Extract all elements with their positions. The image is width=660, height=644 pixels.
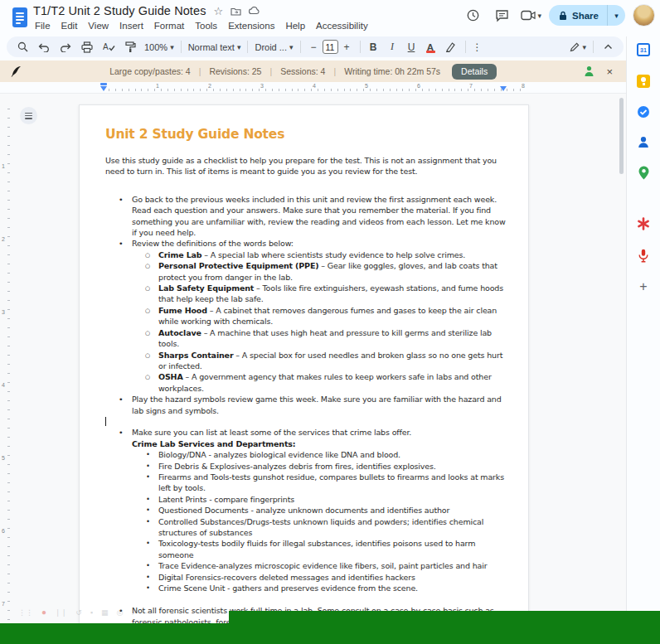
calendar-icon[interactable]: 31 [637, 43, 650, 56]
grid-icon[interactable]: ▦ [101, 609, 109, 617]
collapse-toolbar-icon[interactable] [600, 40, 615, 55]
font-size-value[interactable]: 11 [323, 40, 338, 54]
menu-view[interactable]: View [83, 19, 114, 32]
ruler-number: 4 [313, 83, 316, 89]
comments-icon[interactable] [492, 5, 513, 27]
ruler-tick [311, 89, 312, 91]
tasks-icon[interactable] [637, 104, 651, 119]
ruler-tick [396, 89, 397, 91]
bold-button[interactable]: B [367, 41, 380, 53]
minimize-icon[interactable]: — [146, 609, 153, 617]
doc-list-item: •Biology/DNA - analyzes biological evide… [105, 449, 506, 460]
ruler-tick [285, 89, 286, 91]
menu-extensions[interactable]: Extensions [223, 19, 279, 32]
paragraph-style-select[interactable]: Normal text▾ [188, 42, 241, 52]
asterisk-addon-icon[interactable] [637, 216, 651, 230]
star-icon[interactable]: ☆ [214, 6, 224, 17]
bullet-glyph: • [146, 560, 150, 571]
doc-list-item: •Toxicology-tests bodily fluids for ille… [105, 538, 506, 560]
details-button[interactable]: Details [452, 64, 497, 80]
zoom-select[interactable]: 100%▾ [144, 42, 174, 52]
spellcheck-icon[interactable]: A [101, 40, 116, 55]
doc-text: Trace Evidence-analyzes microscopic evid… [158, 560, 506, 571]
ruler-tick [513, 89, 514, 91]
menu-help[interactable]: Help [280, 19, 310, 32]
ruler-tick [7, 373, 10, 374]
ruler-tick [7, 209, 10, 210]
menu-edit[interactable]: Edit [56, 19, 83, 32]
increase-font-size-button[interactable]: + [341, 41, 353, 53]
menu-format[interactable]: Format [149, 19, 189, 32]
doc-text: Crime Lab – A special lab where scientis… [158, 249, 506, 260]
undo-icon[interactable] [36, 40, 51, 55]
chevron-down-icon[interactable]: ▾ [538, 12, 542, 20]
scrollbar-thumb[interactable] [619, 98, 624, 174]
ruler-tick [435, 89, 436, 91]
cloud-saved-icon[interactable] [249, 7, 260, 15]
share-dropdown[interactable]: ▾ [607, 5, 625, 26]
font-select[interactable]: Droid ...▾ [255, 42, 293, 52]
avatar[interactable] [633, 4, 655, 27]
editing-mode-button[interactable]: ▾ [570, 42, 586, 52]
contacts-icon[interactable] [637, 135, 651, 149]
redo-icon[interactable] [58, 40, 73, 55]
share-button[interactable]: Share ▾ [549, 5, 625, 26]
paint-format-icon[interactable] [123, 40, 138, 55]
underline-button[interactable]: U [405, 41, 418, 53]
toolbar-separator [300, 41, 301, 53]
video-call-button[interactable]: ▾ [521, 10, 542, 21]
show-outline-button[interactable] [20, 107, 37, 124]
record-icon[interactable]: ● [41, 608, 46, 617]
document-title[interactable]: T1/T2 Unit 2 Study Guide Notes [33, 4, 206, 17]
header: T1/T2 Unit 2 Study Guide Notes ☆ FileEdi… [0, 0, 660, 36]
menu-accessibility[interactable]: Accessibility [311, 19, 373, 32]
first-line-indent-marker[interactable] [100, 83, 107, 85]
highlight-color-button[interactable] [444, 40, 459, 55]
ruler-tick [376, 89, 377, 91]
ruler-tick [7, 163, 10, 164]
decrease-font-size-button[interactable]: − [308, 41, 320, 53]
version-history-icon[interactable] [463, 5, 484, 27]
bullet-glyph: • [146, 516, 150, 527]
more-options-icon[interactable]: ⋮ [473, 41, 483, 53]
ruler-tick [7, 519, 10, 520]
document-page[interactable]: Unit 2 Study Guide Notes Use this study … [79, 104, 529, 644]
ruler-tick [161, 89, 162, 91]
ruler-tick [7, 127, 10, 128]
ruler-tick [7, 546, 10, 547]
bullet-glyph: ○ [145, 372, 150, 383]
print-icon[interactable] [80, 40, 95, 55]
text-color-button[interactable]: A [425, 42, 437, 52]
ruler-tick [7, 391, 10, 392]
doc-text: Fume Hood – A cabinet that removes dange… [158, 305, 506, 327]
ruler-tick [174, 89, 175, 91]
doc-text: Autoclave – A machine that uses high hea… [158, 327, 506, 350]
doc-heading: Unit 2 Study Guide Notes [105, 127, 506, 142]
scrollbar[interactable] [619, 95, 624, 642]
ruler-tick [7, 473, 10, 474]
arrow-icon[interactable]: ↗ [131, 609, 138, 617]
italic-button[interactable]: I [386, 41, 399, 53]
bullet-glyph: • [146, 538, 150, 549]
keep-icon[interactable] [637, 75, 650, 88]
maps-icon[interactable] [637, 166, 651, 180]
restart-icon[interactable]: ↺ [75, 609, 82, 617]
mic-addon-icon[interactable] [637, 249, 651, 263]
close-icon[interactable]: × [606, 66, 613, 77]
side-panel-rail: 31 + [626, 36, 660, 644]
docs-logo[interactable] [12, 7, 27, 27]
drag-handle-icon[interactable]: ⋮⋮ [18, 609, 33, 617]
move-folder-icon[interactable] [231, 7, 241, 16]
doc-text: OSHA – A government agency that makes ru… [158, 371, 506, 394]
search-icon[interactable] [15, 40, 30, 55]
add-addons-icon[interactable]: + [637, 279, 651, 293]
menu-file[interactable]: File [30, 19, 56, 32]
menu-tools[interactable]: Tools [190, 19, 222, 32]
stop-icon[interactable]: ▪ [90, 609, 93, 617]
ruler-tick [193, 89, 194, 91]
pause-icon[interactable]: ❘❘ [55, 609, 67, 617]
doc-content: •Go back to the previous weeks included … [105, 194, 506, 639]
left-indent-marker[interactable] [100, 86, 107, 91]
menu-insert[interactable]: Insert [114, 19, 148, 32]
target-icon[interactable]: ◎ [116, 609, 123, 617]
